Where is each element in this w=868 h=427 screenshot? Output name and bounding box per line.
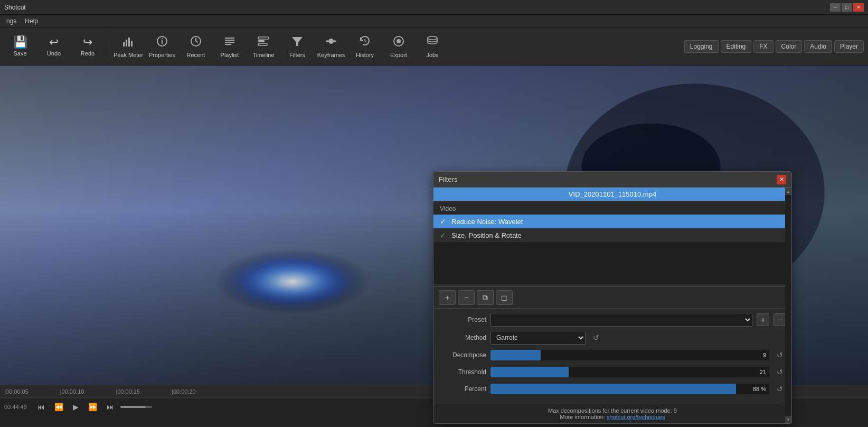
menu-item-settings[interactable]: ngs (2, 16, 21, 26)
decompose-reset-button[interactable]: ↺ (773, 349, 786, 361)
decompose-row: Decompose 9 ↺ (439, 349, 786, 361)
peak-meter-icon (122, 35, 135, 50)
filters-filename: VID_20201101_115010.mp4 (433, 188, 791, 201)
save-icon: 💾 (13, 36, 27, 48)
current-time: 00:44:49 (4, 404, 27, 410)
skip-to-end-button[interactable]: ⏭ (103, 402, 117, 412)
percent-slider[interactable]: 88 % (490, 384, 769, 394)
layout-fx-button[interactable]: FX (753, 40, 773, 53)
layout-player-button[interactable]: Player (834, 40, 864, 53)
toolbar: 💾 Save ↩ Undo ↪ Redo Peak Meter i Proper… (0, 27, 868, 66)
redo-button[interactable]: ↪ Redo (72, 30, 103, 63)
history-button[interactable]: History (349, 30, 381, 63)
redo-icon: ↪ (83, 36, 92, 48)
filters-button[interactable]: Filters (281, 30, 313, 63)
filter-item-reduce-noise[interactable]: ✓ Reduce Noise: Wavelet (433, 215, 791, 228)
keyframes-button[interactable]: Keyframes (315, 30, 347, 63)
remove-filter-button[interactable]: − (458, 290, 475, 305)
export-icon (392, 35, 405, 50)
decompose-label: Decompose (439, 351, 486, 359)
minimize-button[interactable]: ─ (830, 3, 841, 12)
threshold-reset-button[interactable]: ↺ (773, 366, 786, 378)
play-pause-button[interactable]: ▶ (70, 402, 82, 412)
decompose-value: 9 (763, 352, 766, 358)
paste-filter-button[interactable]: ◻ (496, 290, 513, 305)
method-label: Method (439, 334, 486, 341)
titlebar-controls: ─ □ ✕ (830, 3, 864, 12)
panel-scrollbar: ▲ ▼ (785, 188, 791, 423)
method-select[interactable]: Garrote (490, 331, 586, 345)
scroll-up-button[interactable]: ▲ (785, 188, 791, 195)
layout-logging-button[interactable]: Logging (684, 40, 719, 53)
preset-remove-button[interactable]: − (773, 313, 786, 326)
add-filter-button[interactable]: + (439, 290, 456, 305)
filter-info-link[interactable]: shotcut.org/techniques (607, 414, 665, 420)
properties-icon: i (156, 35, 168, 50)
filter-info-line2: More information: shotcut.org/techniques (439, 414, 786, 420)
threshold-slider[interactable]: 21 (490, 367, 769, 377)
close-button[interactable]: ✕ (853, 3, 864, 12)
filters-close-button[interactable]: ✕ (777, 175, 786, 184)
main-area: |00:00:05 |00:00:10 |00:00:15 |00:00:20 … (0, 66, 868, 427)
svg-point-20 (326, 40, 328, 42)
filters-titlebar[interactable]: Filters ✕ (433, 172, 791, 188)
percent-value: 88 % (753, 386, 766, 392)
save-button[interactable]: 💾 Save (4, 30, 36, 63)
scroll-down-button[interactable]: ▼ (785, 416, 791, 423)
layout-color-button[interactable]: Color (776, 40, 803, 53)
svg-point-26 (428, 36, 437, 40)
playlist-icon (223, 35, 236, 50)
svg-point-17 (328, 39, 334, 44)
svg-rect-13 (258, 37, 269, 39)
filter-section-video: Video (433, 203, 791, 215)
volume-slider[interactable] (120, 406, 152, 408)
playlist-button[interactable]: Playlist (214, 30, 246, 63)
svg-rect-14 (258, 40, 265, 42)
filter-settings: Preset + − Method Garrote ↺ Decompose (433, 308, 791, 404)
preset-label: Preset (439, 316, 486, 323)
svg-marker-16 (292, 37, 303, 46)
history-icon (358, 35, 371, 50)
method-row: Method Garrote ↺ (439, 331, 786, 345)
timestamp-4: |00:00:20 (172, 388, 196, 395)
svg-rect-15 (258, 43, 267, 45)
percent-reset-button[interactable]: ↺ (773, 383, 786, 395)
skip-to-start-button[interactable]: ⏮ (34, 402, 48, 412)
rewind-button[interactable]: ⏪ (51, 402, 67, 412)
filters-list: Video ✓ Reduce Noise: Wavelet ✓ Size, Po… (433, 201, 791, 286)
filter-check-reduce-noise: ✓ (440, 217, 448, 226)
timeline-button[interactable]: Timeline (248, 30, 279, 63)
method-reset-button[interactable]: ↺ (590, 331, 602, 344)
recent-button[interactable]: Recent (180, 30, 212, 63)
peak-meter-button[interactable]: Peak Meter (112, 30, 144, 63)
toolbar-right: Logging Editing FX Color Audio Player (684, 40, 864, 53)
recent-icon (190, 35, 202, 50)
scroll-track (785, 195, 791, 416)
percent-row: Percent 88 % ↺ (439, 383, 786, 395)
maximize-button[interactable]: □ (842, 3, 852, 12)
app-title: Shotcut (4, 4, 26, 11)
keyframes-icon (325, 35, 337, 50)
undo-button[interactable]: ↩ Undo (38, 30, 70, 63)
copy-filter-button[interactable]: ⧉ (477, 290, 494, 305)
properties-button[interactable]: i Properties (146, 30, 178, 63)
export-button[interactable]: Export (383, 30, 414, 63)
fast-forward-button[interactable]: ⏩ (85, 402, 100, 412)
timestamp-1: |00:00:05 (4, 388, 29, 395)
preset-row: Preset + − (439, 313, 786, 327)
preset-select[interactable] (490, 313, 752, 327)
filter-check-size-position: ✓ (440, 231, 448, 239)
jobs-button[interactable]: Jobs (417, 30, 448, 63)
layout-audio-button[interactable]: Audio (804, 40, 832, 53)
threshold-row: Threshold 21 ↺ (439, 366, 786, 378)
layout-editing-button[interactable]: Editing (721, 40, 752, 53)
filter-item-size-position[interactable]: ✓ Size, Position & Rotate (433, 228, 791, 242)
decompose-slider[interactable]: 9 (490, 350, 769, 360)
menubar: ngs Help (0, 15, 868, 27)
svg-rect-2 (128, 38, 130, 47)
menu-item-help[interactable]: Help (21, 16, 42, 26)
svg-text:i: i (161, 37, 163, 45)
preset-add-button[interactable]: + (757, 313, 769, 326)
threshold-fill (490, 367, 569, 377)
svg-rect-0 (123, 42, 125, 47)
